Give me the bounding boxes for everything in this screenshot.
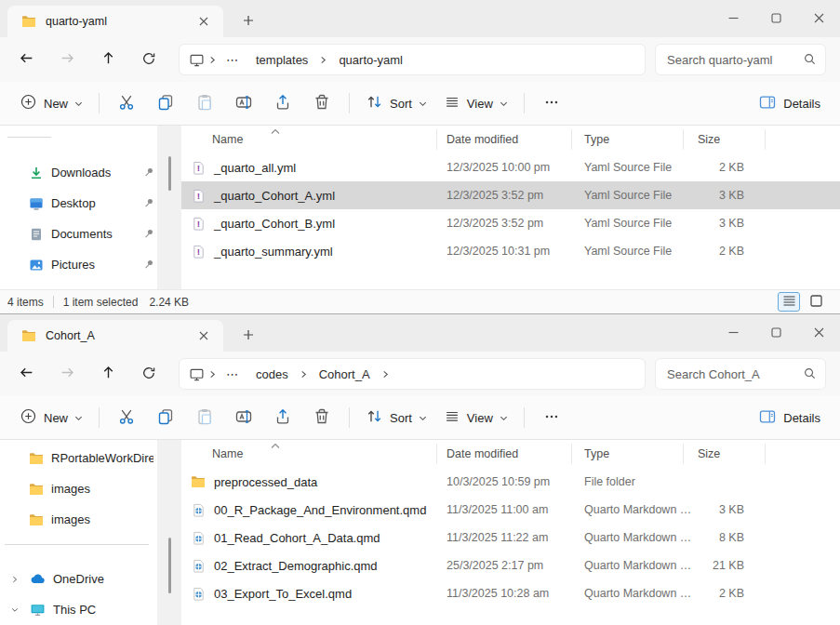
sidebar-scrollbar[interactable] <box>157 440 181 625</box>
scrollbar-thumb[interactable] <box>168 538 171 593</box>
file-row-selected[interactable]: ! _quarto_Cohort_A.yml 12/3/2025 3:52 pm… <box>181 181 840 209</box>
file-row[interactable]: 01_Read_Cohort_A_Data.qmd 11/3/2025 11:2… <box>181 524 840 552</box>
column-header-type[interactable]: Type <box>572 129 684 150</box>
plus-icon <box>243 15 254 29</box>
view-button[interactable]: View <box>435 402 516 433</box>
sort-button[interactable]: Sort <box>357 402 435 433</box>
search-input[interactable] <box>656 53 825 67</box>
up-button[interactable] <box>87 357 128 391</box>
refresh-button[interactable] <box>128 43 169 76</box>
column-header-size[interactable]: Size <box>684 129 766 150</box>
sidebar-item-pictures[interactable]: Pictures <box>0 249 181 280</box>
copy-button[interactable] <box>146 402 185 433</box>
share-button[interactable] <box>263 402 302 433</box>
file-name-cell: ! _quarto_summary.yml <box>181 244 437 259</box>
file-size: 3 KB <box>684 503 766 516</box>
column-header-name[interactable]: Name <box>181 444 437 464</box>
column-header-date[interactable]: Date modified <box>437 129 572 150</box>
breadcrumb-segment-quarto-yaml[interactable]: quarto-yaml <box>331 51 410 69</box>
new-button[interactable]: New <box>11 402 91 433</box>
close-button[interactable] <box>797 0 840 37</box>
paste-button[interactable] <box>185 87 224 119</box>
toolbar-divider <box>349 407 350 428</box>
more-options-button[interactable] <box>532 87 571 119</box>
breadcrumb-segment-codes[interactable]: codes <box>248 366 296 383</box>
sidebar-item-rportableworkdirectory[interactable]: RPortableWorkDirecto <box>0 443 181 473</box>
details-view-button[interactable] <box>778 292 800 312</box>
sidebar-item-onedrive[interactable]: OneDrive <box>0 564 181 594</box>
maximize-button[interactable] <box>754 314 797 352</box>
forward-button[interactable] <box>47 43 87 76</box>
new-button[interactable]: New <box>11 87 91 119</box>
sidebar-item-desktop[interactable]: Desktop <box>0 188 181 219</box>
folder-row[interactable]: preprocessed_data 10/3/2025 10:59 pm Fil… <box>181 468 840 496</box>
scrollbar-thumb[interactable] <box>168 156 171 191</box>
sidebar-scrollbar[interactable] <box>157 126 181 289</box>
column-header-date[interactable]: Date modified <box>437 444 572 464</box>
file-row[interactable]: 03_Export_To_Excel.qmd 11/3/2025 10:28 a… <box>181 579 840 607</box>
file-row[interactable]: 00_R_Package_And_Environment.qmd 11/3/20… <box>181 496 840 524</box>
tab-close-button[interactable] <box>192 9 216 33</box>
delete-button[interactable] <box>302 87 341 119</box>
cut-button[interactable] <box>107 87 146 119</box>
details-pane-button[interactable]: Details <box>750 87 829 119</box>
details-pane-button[interactable]: Details <box>750 402 829 433</box>
column-header-size[interactable]: Size <box>684 444 766 464</box>
close-icon <box>199 15 208 29</box>
rename-button[interactable] <box>224 402 263 433</box>
tab-quarto-yaml[interactable]: quarto-yaml <box>7 6 223 37</box>
sidebar-item-images[interactable]: images <box>0 504 181 535</box>
delete-button[interactable] <box>302 402 341 433</box>
share-button[interactable] <box>263 87 302 119</box>
view-button[interactable]: View <box>435 87 516 119</box>
new-tab-button[interactable] <box>236 9 260 33</box>
column-header-name[interactable]: Name <box>181 129 437 150</box>
close-button[interactable] <box>797 314 840 352</box>
tab-cohort-a[interactable]: Cohort_A <box>7 320 223 352</box>
tab-close-button[interactable] <box>192 324 216 348</box>
copy-button[interactable] <box>146 87 185 119</box>
paste-button[interactable] <box>185 402 224 433</box>
pin-icon <box>143 228 154 242</box>
sidebar-item-documents[interactable]: Documents <box>0 219 181 249</box>
minimize-button[interactable] <box>712 314 754 352</box>
search-input[interactable] <box>656 367 825 381</box>
back-button[interactable] <box>6 357 47 391</box>
sidebar-item-partial[interactable] <box>0 280 181 289</box>
breadcrumb-segment-templates[interactable]: templates <box>248 51 315 69</box>
back-button[interactable] <box>6 43 47 76</box>
address-bar[interactable]: ⋯ codes Cohort_A <box>179 358 646 390</box>
cut-button[interactable] <box>107 402 146 433</box>
sidebar-item-downloads[interactable]: Downloads <box>0 157 181 188</box>
column-header-type[interactable]: Type <box>572 444 684 464</box>
maximize-button[interactable] <box>754 0 797 37</box>
file-size: 8 KB <box>684 531 766 544</box>
file-size: 3 KB <box>684 217 766 230</box>
file-row[interactable]: ! _quarto_all.yml 12/3/2025 10:00 pm Yam… <box>181 153 840 181</box>
tab-bar: Cohort_A <box>0 314 840 352</box>
up-button[interactable] <box>87 43 128 76</box>
minimize-icon <box>728 326 739 340</box>
rename-button[interactable] <box>224 87 263 119</box>
minimize-button[interactable] <box>712 0 754 37</box>
paste-icon <box>195 407 214 429</box>
new-tab-button[interactable] <box>236 324 260 348</box>
sidebar-item-this-pc[interactable]: This PC <box>0 594 181 625</box>
forward-button[interactable] <box>47 357 87 391</box>
window-controls <box>712 314 840 352</box>
file-row[interactable]: ! _quarto_summary.yml 12/3/2025 10:31 pm… <box>181 237 840 265</box>
chevron-down-icon <box>500 97 508 111</box>
qmd-file-icon <box>191 502 206 517</box>
file-row[interactable]: ! _quarto_Cohort_B.yml 12/3/2025 3:52 pm… <box>181 209 840 237</box>
sidebar-item-images[interactable]: images <box>0 473 181 504</box>
address-bar[interactable]: ⋯ templates quarto-yaml <box>179 44 646 75</box>
sort-ascending-icon <box>271 126 280 138</box>
breadcrumb-overflow-button[interactable]: ⋯ <box>220 366 245 383</box>
sort-button[interactable]: Sort <box>357 87 435 119</box>
breadcrumb-overflow-button[interactable]: ⋯ <box>220 51 245 69</box>
breadcrumb-segment-cohort-a[interactable]: Cohort_A <box>312 366 378 383</box>
large-icons-view-button[interactable] <box>805 292 827 312</box>
more-options-button[interactable] <box>532 402 571 433</box>
file-row[interactable]: 02_Extract_Demographic.qmd 25/3/2025 2:1… <box>181 552 840 579</box>
refresh-button[interactable] <box>128 357 169 391</box>
